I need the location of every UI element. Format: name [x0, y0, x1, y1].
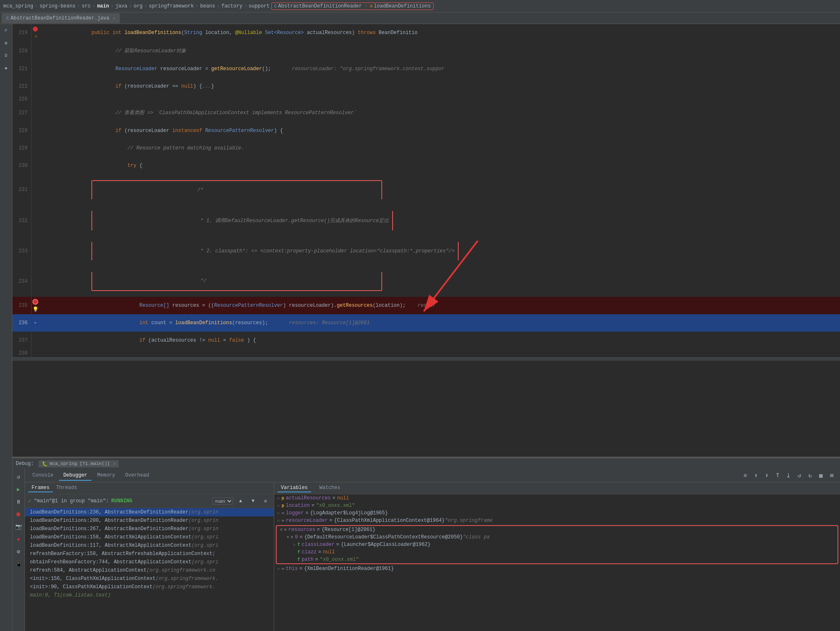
thread-filter-btn[interactable]: ⊘: [260, 496, 270, 506]
comment: * 1. 调用DefaultResourceLoader.getResource…: [150, 218, 389, 224]
frame-method: obtainFreshBeanFactory:744, AbstractAppl…: [30, 559, 192, 565]
frame-item-5[interactable]: refreshBeanFactory:158, AbstractRefresha…: [25, 550, 274, 558]
keyword: if: [91, 128, 121, 134]
method-icon: m: [370, 4, 373, 9]
frame-item-9[interactable]: <init>:90, ClassPathXmlApplicationContex…: [25, 583, 274, 591]
sidebar-project-icon[interactable]: P: [1, 26, 11, 36]
comment: /*: [150, 187, 204, 193]
breadcrumb-item[interactable]: mca_spring: [3, 3, 33, 9]
debug-toolbar-btn-5[interactable]: ⤓: [784, 471, 793, 481]
thread-select[interactable]: main: [212, 497, 233, 505]
breadcrumb-item[interactable]: spring-beans: [39, 3, 75, 9]
debug-restart-icon[interactable]: ↺: [14, 472, 23, 482]
expand-arrow: ▷: [293, 542, 296, 547]
tab-threads[interactable]: Threads: [53, 484, 80, 492]
debug-play-icon[interactable]: ▶: [14, 485, 23, 494]
var-icon-f: f: [297, 550, 300, 555]
breadcrumb-item[interactable]: support: [249, 3, 270, 9]
frame-item-10[interactable]: main:9, T1 (com.listao.test): [25, 591, 274, 599]
debug-session[interactable]: 🐛 mca_spring [T1.main()] ✕: [39, 460, 119, 467]
frames-tabs: Frames Threads: [25, 482, 274, 494]
editor-tab[interactable]: C AbstractBeanDefinitionReader.java ✕: [2, 13, 120, 23]
debug-settings-icon[interactable]: ⚙: [14, 547, 23, 556]
debug-stop-icon[interactable]: ⏹: [14, 510, 23, 519]
frame-item-7[interactable]: refresh:584, AbstractApplicationContext …: [25, 566, 274, 575]
line-code: ResourceLoader resourceLoader = getResou…: [39, 60, 840, 78]
tab-variables[interactable]: Variables: [278, 484, 311, 492]
frame-item-1[interactable]: loadBeanDefinitions:200, AbstractBeanDef…: [25, 516, 274, 525]
tab-watches[interactable]: Watches: [316, 484, 344, 492]
debug-toolbar-btn-6[interactable]: ↺: [794, 471, 804, 481]
sidebar-database-icon[interactable]: D: [1, 51, 11, 61]
frame-item-0[interactable]: loadBeanDefinitions:236, AbstractBeanDef…: [25, 508, 274, 516]
code-line-232: 232 * 1. 调用DefaultResourceLoader.getReso…: [12, 205, 840, 236]
debug-pause-icon[interactable]: ⏸: [14, 497, 23, 506]
line-code: if (actualResources != null = false ) {: [39, 332, 840, 349]
tab-debugger[interactable]: Debugger: [59, 471, 91, 481]
breadcrumb-sep: ›: [217, 3, 220, 9]
var-item-path: ▷ f path = "x0_ooxx.xml": [277, 556, 838, 563]
active-breakpoint[interactable]: [32, 299, 38, 305]
debug-toolbar-btn-1[interactable]: ≡: [740, 471, 750, 481]
debug-toolbar-btn-2[interactable]: ⬆: [751, 471, 761, 481]
code-editor[interactable]: 219 ⚠ public int loadBeanDefinitions(Str…: [12, 24, 840, 457]
frame-item-2[interactable]: loadBeanDefinitions:267, AbstractBeanDef…: [25, 525, 274, 533]
warning-icon: ⚠: [34, 34, 37, 39]
function-call: getResourceLoader: [211, 66, 262, 72]
main-layout: mca_spring › spring-beans › src › main ›…: [0, 0, 840, 631]
debug-mute-icon[interactable]: ●: [14, 535, 23, 544]
debug-toolbar-btn-3[interactable]: ⬇: [762, 471, 772, 481]
line-number: 232: [12, 205, 31, 236]
debug-camera-icon[interactable]: 📷: [14, 522, 23, 531]
breadcrumb-class[interactable]: AbstractBeanDefinitionReader: [278, 3, 362, 9]
keyword: int: [91, 320, 148, 326]
frame-item-8[interactable]: <init>:156, ClassPathXmlApplicationConte…: [25, 575, 274, 583]
frame-method: refreshBeanFactory:158, AbstractRefresha…: [30, 551, 212, 557]
var-value: {DefaultResourceLoader$ClassPathContextR…: [304, 534, 463, 540]
breadcrumb-sep: ›: [111, 3, 113, 9]
breadcrumb-item[interactable]: org: [134, 3, 143, 9]
breadcrumb-item[interactable]: main: [97, 3, 109, 9]
line-gutter: [31, 103, 39, 122]
code-line-227: 227 // 查看类图 => `ClassPathXmlApplicationC…: [12, 103, 840, 122]
breadcrumb-item[interactable]: springframework: [149, 3, 194, 9]
comment: */: [150, 278, 206, 284]
debug-toolbar-btn-9[interactable]: ⊞: [827, 471, 837, 481]
tab-memory[interactable]: Memory: [93, 471, 119, 481]
breadcrumb-method[interactable]: loadBeanDefinitions: [374, 3, 431, 9]
frame-class: (org.springframework.co: [147, 567, 216, 573]
tab-frames[interactable]: Frames: [28, 484, 53, 492]
frame-item-4[interactable]: loadBeanDefinitions:117, AbstractXmlAppl…: [25, 541, 274, 550]
line-code: [39, 349, 840, 357]
debug-phone-icon[interactable]: 📱: [14, 560, 23, 569]
thread-down-btn[interactable]: ▼: [248, 496, 258, 506]
tab-console[interactable]: Console: [28, 471, 57, 481]
expand-arrow: ▼: [287, 535, 289, 540]
thread-up-btn[interactable]: ▲: [236, 496, 246, 506]
horizontal-scrollbar[interactable]: [12, 357, 840, 361]
breadcrumb-item[interactable]: src: [82, 3, 91, 9]
keyword: instanceof: [172, 128, 202, 134]
sidebar-bookmark-icon[interactable]: ◆: [1, 63, 11, 73]
code-line-236: 236 ➤ int count = loadBeanDefinitions(re…: [12, 314, 840, 332]
breadcrumb: mca_spring › spring-beans › src › main ›…: [0, 0, 840, 12]
breadcrumb-item[interactable]: factory: [221, 3, 242, 9]
debug-toolbar-btn-4[interactable]: ⤒: [773, 471, 783, 481]
debug-toolbar-btn-7[interactable]: ↻: [805, 471, 815, 481]
suggestion-bulb[interactable]: 💡: [32, 307, 39, 313]
frame-item-3[interactable]: loadBeanDefinitions:158, AbstractXmlAppl…: [25, 533, 274, 541]
breadcrumb-item[interactable]: beans: [200, 3, 215, 9]
debug-session-close[interactable]: ✕: [113, 461, 115, 466]
breakpoint-indicator[interactable]: [33, 27, 38, 32]
line-code: /*: [39, 174, 840, 205]
sidebar-structure-icon[interactable]: ⊞: [1, 38, 11, 48]
tab-close-button[interactable]: ✕: [113, 16, 115, 21]
breadcrumb-item[interactable]: java: [115, 3, 128, 9]
comment: // Resource pattern matching available.: [91, 145, 244, 151]
debug-toolbar-btn-8[interactable]: ▦: [816, 471, 826, 481]
var-eq: =: [300, 534, 302, 540]
code-line-234: 234 */: [12, 266, 840, 297]
frame-item-6[interactable]: obtainFreshBeanFactory:744, AbstractAppl…: [25, 558, 274, 566]
var-item-location: ▷ p location = "x0_ooxx.xml": [274, 502, 840, 509]
tab-overhead[interactable]: Overhead: [121, 471, 153, 481]
